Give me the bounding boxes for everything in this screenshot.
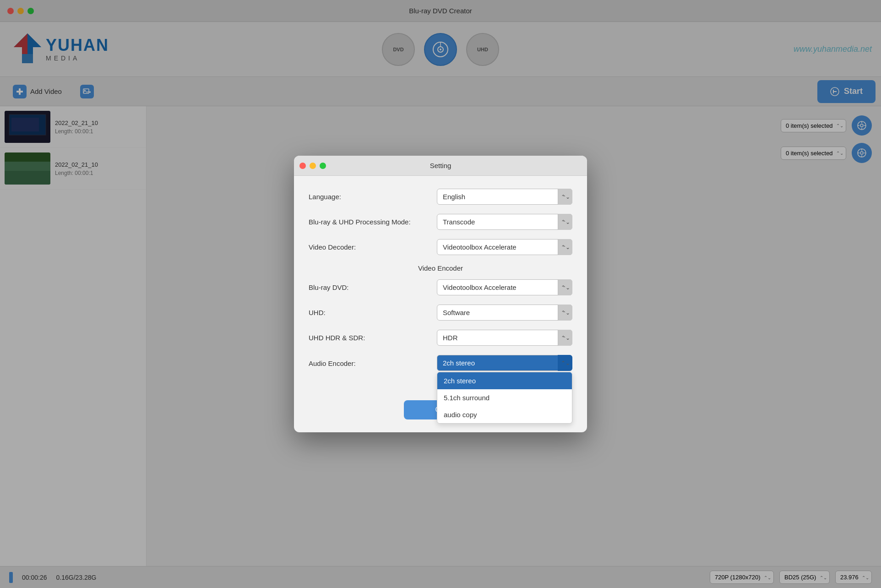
dialog-max-button[interactable] xyxy=(320,163,326,169)
uhd-select[interactable]: Software xyxy=(437,305,572,321)
bluray-mode-label: Blu-ray & UHD Processing Mode: xyxy=(309,218,437,226)
audio-encoder-row: Audio Encoder: 2ch stereo ⌃⌄ 2ch stereo xyxy=(309,355,572,371)
video-encoder-header: Video Encoder xyxy=(309,264,572,272)
dialog-close-button[interactable] xyxy=(299,163,306,169)
bluray-dvd-control: Videotoolbox Accelerate ⌃⌄ xyxy=(437,279,572,295)
dialog-title: Setting xyxy=(430,162,451,169)
uhd-hdr-select[interactable]: HDR xyxy=(437,330,572,346)
language-row: Language: English ⌃⌄ xyxy=(309,189,572,205)
audio-dropdown: 2ch stereo 5.1ch surround audio copy xyxy=(437,372,572,424)
uhd-select-wrapper: Software ⌃⌄ xyxy=(437,305,572,321)
bluray-dvd-select[interactable]: Videotoolbox Accelerate xyxy=(437,279,572,295)
language-control: English ⌃⌄ xyxy=(437,189,572,205)
bluray-mode-control: Transcode ⌃⌄ xyxy=(437,214,572,230)
video-decoder-select[interactable]: Videotoolbox Accelerate xyxy=(437,239,572,255)
uhd-hdr-row: UHD HDR & SDR: HDR ⌃⌄ xyxy=(309,330,572,346)
bluray-dvd-row: Blu-ray DVD: Videotoolbox Accelerate ⌃⌄ xyxy=(309,279,572,295)
audio-encoder-label: Audio Encoder: xyxy=(309,355,437,367)
language-select-wrapper: English ⌃⌄ xyxy=(437,189,572,205)
uhd-label: UHD: xyxy=(309,309,437,316)
bluray-dvd-select-wrapper: Videotoolbox Accelerate ⌃⌄ xyxy=(437,279,572,295)
video-decoder-control: Videotoolbox Accelerate ⌃⌄ xyxy=(437,239,572,255)
modal-overlay: Setting Language: English ⌃⌄ xyxy=(0,0,881,588)
app-window: Blu-ray DVD Creator YUHAN MEDIA DVD xyxy=(0,0,881,588)
bluray-dvd-label: Blu-ray DVD: xyxy=(309,283,437,291)
video-decoder-select-wrapper: Videotoolbox Accelerate ⌃⌄ xyxy=(437,239,572,255)
setting-dialog: Setting Language: English ⌃⌄ xyxy=(294,156,587,432)
video-decoder-row: Video Decoder: Videotoolbox Accelerate ⌃… xyxy=(309,239,572,255)
uhd-hdr-control: HDR ⌃⌄ xyxy=(437,330,572,346)
audio-select-container: 2ch stereo ⌃⌄ xyxy=(437,355,572,371)
dialog-body: Language: English ⌃⌄ Blu-ray & UHD Proce… xyxy=(294,176,587,393)
audio-selected-value: 2ch stereo xyxy=(443,359,475,367)
uhd-hdr-select-wrapper: HDR ⌃⌄ xyxy=(437,330,572,346)
dialog-controls xyxy=(299,163,326,169)
video-decoder-label: Video Decoder: xyxy=(309,243,437,251)
audio-option-surround[interactable]: 5.1ch surround xyxy=(437,389,572,406)
uhd-control: Software ⌃⌄ xyxy=(437,305,572,321)
audio-option-stereo[interactable]: 2ch stereo xyxy=(437,372,572,389)
uhd-row: UHD: Software ⌃⌄ xyxy=(309,305,572,321)
audio-option-copy[interactable]: audio copy xyxy=(437,406,572,423)
bluray-mode-select-wrapper: Transcode ⌃⌄ xyxy=(437,214,572,230)
audio-encoder-control: 2ch stereo ⌃⌄ 2ch stereo 5.1ch surround xyxy=(437,355,572,371)
uhd-hdr-label: UHD HDR & SDR: xyxy=(309,334,437,342)
language-label: Language: xyxy=(309,193,437,201)
language-select[interactable]: English xyxy=(437,189,572,205)
audio-select-display[interactable]: 2ch stereo xyxy=(437,355,572,371)
bluray-mode-select[interactable]: Transcode xyxy=(437,214,572,230)
dialog-min-button[interactable] xyxy=(310,163,316,169)
bluray-mode-row: Blu-ray & UHD Processing Mode: Transcode… xyxy=(309,214,572,230)
dialog-titlebar: Setting xyxy=(294,156,587,176)
